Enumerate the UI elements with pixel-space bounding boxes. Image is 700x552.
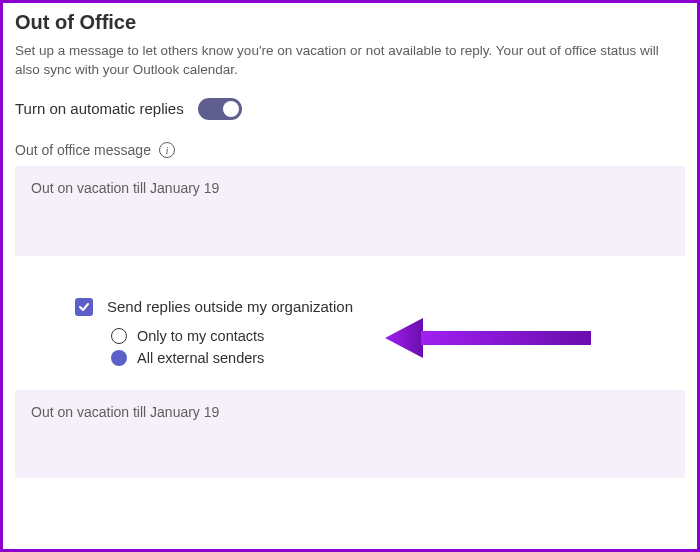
- message-section-label: Out of office message: [15, 142, 151, 158]
- radio-all-external[interactable]: All external senders: [111, 350, 685, 366]
- external-replies-checkbox-row: Send replies outside my organization: [75, 298, 685, 316]
- out-of-office-message-input[interactable]: Out on vacation till January 19: [15, 166, 685, 256]
- external-replies-label: Send replies outside my organization: [107, 298, 353, 315]
- page-title: Out of Office: [15, 11, 685, 34]
- toggle-knob: [223, 101, 239, 117]
- radio-contacts-only[interactable]: Only to my contacts: [111, 328, 685, 344]
- external-replies-checkbox[interactable]: [75, 298, 93, 316]
- external-message-input[interactable]: Out on vacation till January 19: [15, 390, 685, 478]
- auto-replies-toggle-row: Turn on automatic replies: [15, 98, 685, 120]
- radio-checked-icon: [111, 350, 127, 366]
- auto-replies-toggle[interactable]: [198, 98, 242, 120]
- external-recipients-radio-group: Only to my contacts All external senders: [111, 328, 685, 366]
- info-icon[interactable]: i: [159, 142, 175, 158]
- checkmark-icon: [78, 301, 90, 313]
- radio-all-label: All external senders: [137, 350, 264, 366]
- message-label-row: Out of office message i: [15, 142, 685, 158]
- radio-contacts-label: Only to my contacts: [137, 328, 264, 344]
- page-description: Set up a message to let others know you'…: [15, 42, 685, 80]
- auto-replies-label: Turn on automatic replies: [15, 100, 184, 117]
- radio-unchecked-icon: [111, 328, 127, 344]
